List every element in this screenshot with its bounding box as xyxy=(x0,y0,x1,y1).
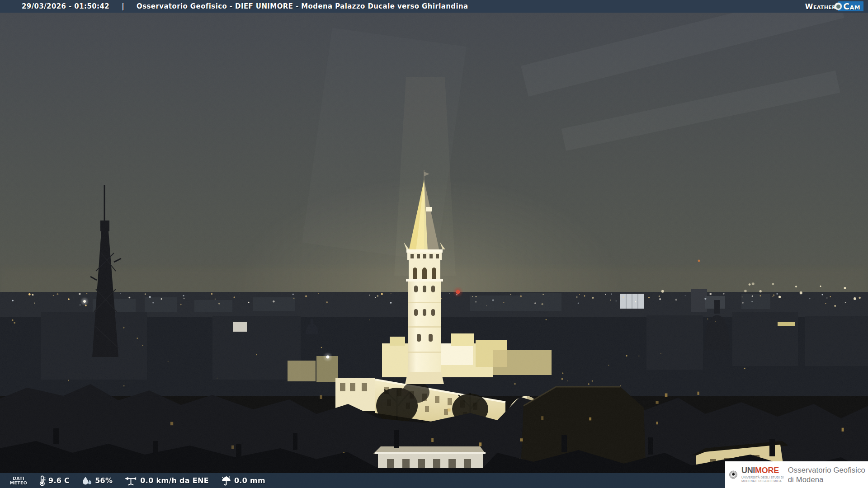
rain-value: 0.0 mm xyxy=(234,476,265,485)
unimore-subtitle-line2: MODENA E REGGIO EMILIA xyxy=(741,479,784,483)
temperature-value: 9.6 C xyxy=(48,476,70,485)
observatory-name-line1: Osservatorio Geofisico xyxy=(788,465,865,475)
weathercam-logo[interactable]: Weather Cam xyxy=(805,0,863,13)
wind-vane-icon xyxy=(124,475,137,486)
thermometer-icon xyxy=(38,475,46,486)
weathercam-cam-label: Cam xyxy=(843,1,860,11)
camera-lens-icon xyxy=(835,3,842,10)
unimore-subtitle-line1: UNIVERSITÀ DEGLI STUDI DI xyxy=(741,476,784,479)
sensor-noise-overlay xyxy=(0,0,868,488)
page-title: Osservatorio Geofisico - DIEF UNIMORE - … xyxy=(137,2,468,10)
webcam-viewer: 29/03/2026 - 01:50:42 | Osservatorio Geo… xyxy=(0,0,868,488)
dati-meteo-label: DATI METEO xyxy=(6,476,31,485)
rain-reading: 0.0 mm xyxy=(221,475,265,486)
humidity-reading: 56% xyxy=(81,475,113,486)
rain-umbrella-icon xyxy=(221,475,231,486)
unimore-seal-icon xyxy=(729,465,737,485)
temperature-reading: 9.6 C xyxy=(38,475,70,486)
weathercam-weather-label: Weather xyxy=(805,2,836,11)
wind-value: 0.0 km/h da ENE xyxy=(140,476,209,485)
unimore-wordmark: UNIMORE xyxy=(741,466,784,474)
humidity-value: 56% xyxy=(95,476,113,485)
separator: | xyxy=(122,2,124,10)
observatory-name-block: Osservatorio Geofisico di Modena xyxy=(788,465,865,484)
timestamp: 29/03/2026 - 01:50:42 xyxy=(22,2,109,10)
unimore-logo-box[interactable]: UNIMORE UNIVERSITÀ DEGLI STUDI DI MODENA… xyxy=(725,461,868,488)
wind-reading: 0.0 km/h da ENE xyxy=(124,475,209,486)
dati-label-line1: DATI xyxy=(6,476,31,481)
humidity-drops-icon xyxy=(81,475,92,486)
unimore-brand-block: UNIMORE UNIVERSITÀ DEGLI STUDI DI MODENA… xyxy=(741,466,784,483)
observatory-name-line2: di Modena xyxy=(788,475,865,484)
dati-label-line2: METEO xyxy=(6,481,31,485)
webcam-photo xyxy=(0,0,868,488)
weathercam-cam-box: Cam xyxy=(838,1,863,11)
top-bar: 29/03/2026 - 01:50:42 | Osservatorio Geo… xyxy=(0,0,868,13)
